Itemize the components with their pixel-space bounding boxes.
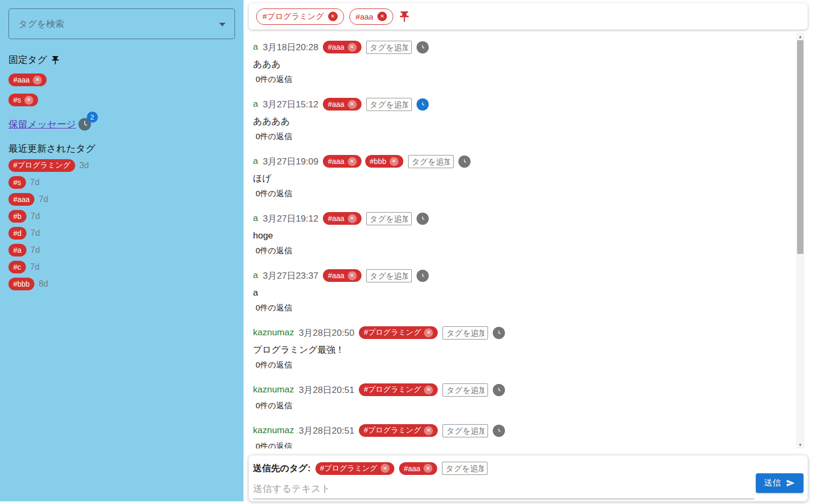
recent-tag-chip[interactable]: #d	[8, 227, 26, 240]
remove-message-tag-icon[interactable]: ✕	[348, 271, 357, 280]
schedule-clock-button[interactable]	[417, 98, 429, 111]
add-tag-input[interactable]	[442, 383, 488, 397]
held-messages-link[interactable]: 保留メッセージ	[8, 118, 76, 131]
message-tag-chip[interactable]: #aaa ✕	[323, 155, 361, 168]
add-tag-input[interactable]	[366, 98, 412, 111]
remove-filter-tag-icon[interactable]: ✕	[377, 12, 387, 21]
recent-tag-chip[interactable]: #s	[8, 176, 26, 189]
remove-tag-icon[interactable]: ✕	[33, 76, 42, 85]
message-scrollbar[interactable]: ▲ ▼	[796, 33, 805, 448]
remove-composer-tag-icon[interactable]: ✕	[423, 464, 432, 473]
recent-tag-chip[interactable]: #aaa	[8, 193, 34, 206]
message-tag-chip[interactable]: #aaa ✕	[323, 212, 361, 225]
message-tag-chip[interactable]: #プログラミング ✕	[359, 424, 438, 437]
held-messages-row: 保留メッセージ 2	[8, 118, 235, 131]
recent-tags-heading: 最近更新されたタグ	[8, 142, 235, 155]
tag-search-input[interactable]	[17, 9, 210, 40]
composer-add-tag-input[interactable]	[442, 462, 487, 475]
message-tag-chip[interactable]: #aaa ✕	[323, 98, 361, 111]
message-tag-chip[interactable]: #aaa ✕	[323, 269, 361, 282]
message-username: a	[253, 99, 258, 109]
recent-tag-chip[interactable]: #プログラミング	[8, 159, 75, 172]
message-tag-list: #aaa ✕	[323, 98, 361, 111]
remove-filter-tag-icon[interactable]: ✕	[328, 12, 338, 21]
scroll-down-arrow-icon[interactable]: ▼	[796, 441, 805, 448]
add-tag-input[interactable]	[442, 326, 488, 340]
recent-tag-chip[interactable]: #bbb	[8, 278, 34, 290]
message-header: a 3月27日15:12 #aaa ✕	[253, 97, 794, 111]
schedule-clock-button[interactable]	[417, 41, 429, 53]
remove-message-tag-icon[interactable]: ✕	[348, 100, 357, 109]
remove-message-tag-icon[interactable]: ✕	[390, 157, 399, 166]
filter-tag-chip[interactable]: #aaa ✕	[349, 8, 393, 25]
tag-label: #プログラミング	[364, 328, 421, 337]
message-header: a 3月27日19:12 #aaa ✕	[253, 212, 794, 225]
message-tag-chip[interactable]: #bbb ✕	[365, 155, 403, 168]
bottom-strip	[0, 501, 243, 504]
message-tag-chip[interactable]: #プログラミング ✕	[359, 326, 438, 339]
tag-label: #aaa	[328, 271, 344, 280]
remove-message-tag-icon[interactable]: ✕	[348, 157, 357, 166]
tag-label: #aaa	[328, 157, 344, 166]
add-tag-input[interactable]	[366, 212, 412, 225]
reply-count-link[interactable]: 0件の返信	[253, 75, 292, 85]
remove-message-tag-icon[interactable]: ✕	[424, 426, 433, 435]
schedule-clock-button[interactable]	[493, 384, 505, 396]
add-tag-input[interactable]	[408, 155, 454, 168]
recent-tag-row: #aaa 7d	[8, 193, 235, 206]
scrollbar-thumb[interactable]	[797, 40, 803, 254]
message-tag-chip[interactable]: #aaa ✕	[323, 41, 361, 53]
filter-tag-chip[interactable]: #プログラミング ✕	[256, 8, 344, 25]
composer-tag-chip[interactable]: #プログラミング ✕	[315, 462, 394, 475]
reply-count-link[interactable]: 0件の返信	[253, 132, 292, 142]
tag-label: #s	[13, 178, 21, 187]
add-tag-input[interactable]	[442, 424, 488, 437]
schedule-clock-button[interactable]	[493, 327, 505, 339]
remove-message-tag-icon[interactable]: ✕	[424, 328, 433, 337]
tag-label: #aaa	[328, 214, 344, 223]
tag-search-combobox[interactable]	[8, 8, 235, 39]
pinned-tag-chip[interactable]: #aaa ✕	[8, 74, 47, 86]
tag-label: #s	[13, 96, 21, 104]
message-body: a	[253, 287, 794, 299]
recent-tag-chip[interactable]: #b	[8, 210, 26, 223]
reply-count-link[interactable]: 0件の返信	[253, 246, 292, 256]
recent-tag-chip[interactable]: #a	[8, 244, 26, 256]
remove-message-tag-icon[interactable]: ✕	[348, 43, 357, 52]
remove-composer-tag-icon[interactable]: ✕	[381, 464, 390, 473]
composer-tag-chip[interactable]: #aaa ✕	[399, 462, 437, 475]
schedule-clock-button[interactable]	[417, 213, 429, 225]
message-tag-chip[interactable]: #プログラミング ✕	[359, 383, 438, 396]
reply-count-link[interactable]: 0件の返信	[253, 303, 292, 313]
message: a 3月27日19:12 #aaa ✕ hoge 0件の返信	[253, 212, 794, 256]
reply-count-link[interactable]: 0件の返信	[253, 401, 292, 411]
pinned-tag-chip[interactable]: #s ✕	[8, 94, 38, 106]
recent-tag-row: #b 7d	[8, 210, 235, 223]
tag-age: 7d	[30, 178, 40, 187]
dropdown-arrow-icon[interactable]	[219, 23, 225, 26]
message-text-input[interactable]	[253, 480, 754, 499]
send-button[interactable]: 送信	[756, 473, 803, 493]
recent-tag-row: #c 7d	[8, 261, 235, 273]
reply-count-link[interactable]: 0件の返信	[253, 442, 292, 448]
remove-message-tag-icon[interactable]: ✕	[424, 386, 433, 395]
recent-tag-row: #プログラミング 3d	[8, 159, 235, 172]
schedule-clock-button[interactable]	[458, 155, 471, 168]
pin-filter-icon[interactable]	[399, 11, 410, 22]
pinned-tag-row: #s ✕	[8, 94, 235, 106]
recent-tag-chip[interactable]: #c	[8, 261, 26, 273]
remove-message-tag-icon[interactable]: ✕	[348, 214, 357, 223]
message-timestamp: 3月28日20:50	[299, 327, 354, 339]
tag-label: #aaa	[356, 12, 373, 21]
message-tag-list: #aaa ✕	[323, 212, 361, 225]
send-button-label: 送信	[764, 478, 781, 489]
tag-label: #c	[13, 263, 21, 271]
reply-count-link[interactable]: 0件の返信	[253, 189, 292, 199]
scroll-up-arrow-icon[interactable]: ▲	[796, 33, 805, 40]
schedule-clock-button[interactable]	[493, 425, 505, 437]
remove-tag-icon[interactable]: ✕	[24, 96, 33, 105]
add-tag-input[interactable]	[366, 41, 412, 54]
schedule-clock-button[interactable]	[417, 270, 429, 282]
reply-count-link[interactable]: 0件の返信	[253, 360, 292, 370]
add-tag-input[interactable]	[366, 269, 412, 282]
